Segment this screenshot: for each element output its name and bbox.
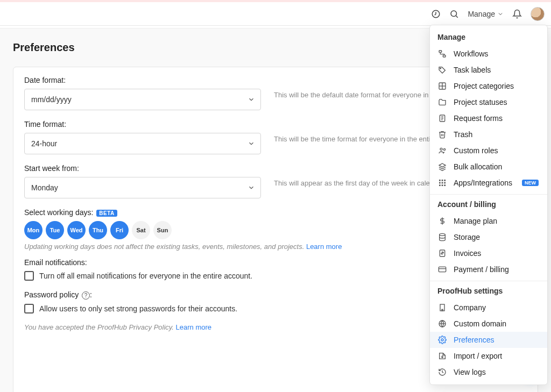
grid-icon [437, 82, 447, 90]
date-format-label: Date format: [24, 76, 261, 84]
svg-point-14 [443, 148, 445, 150]
day-toggle-sun[interactable]: Sun [153, 221, 172, 239]
day-toggle-thu[interactable]: Thu [89, 221, 107, 239]
menu-item-workflows[interactable]: Workflows [430, 46, 547, 62]
menu-section-title: Manage [430, 31, 547, 46]
storage-icon [437, 233, 447, 241]
form-icon [437, 114, 447, 123]
menu-item-label: Request forms [454, 114, 503, 123]
gear-icon [437, 336, 447, 344]
manage-dropdown-trigger[interactable]: Manage [468, 10, 504, 18]
menu-item-invoices[interactable]: Invoices [430, 245, 547, 261]
help-icon[interactable]: ? [82, 291, 90, 300]
menu-item-project-statuses[interactable]: Project statuses [430, 94, 547, 110]
menu-item-label: Storage [454, 233, 480, 241]
menu-item-payment-billing[interactable]: Payment / billing [430, 261, 547, 277]
chevron-down-icon [497, 11, 504, 17]
menu-item-label: Apps/Integrations [454, 179, 512, 187]
day-toggle-sat[interactable]: Sat [132, 221, 150, 239]
svg-rect-37 [442, 309, 443, 311]
folder-icon [437, 98, 447, 106]
timer-icon[interactable] [431, 9, 441, 19]
menu-item-label: Trash [454, 130, 472, 139]
avatar[interactable] [531, 7, 545, 21]
roles-icon [437, 146, 447, 155]
menu-section-title: Account / billing [430, 198, 547, 213]
manage-label: Manage [468, 10, 495, 18]
menu-item-import-export[interactable]: Import / export [430, 348, 547, 364]
svg-rect-23 [442, 184, 443, 186]
manage-dropdown-panel: ManageWorkflowsTask labelsProject catego… [429, 25, 548, 385]
bell-icon[interactable] [512, 9, 522, 19]
menu-item-storage[interactable]: Storage [430, 229, 547, 245]
search-icon[interactable] [449, 9, 459, 19]
globe-icon [437, 319, 447, 328]
menu-item-label: Custom domain [454, 319, 506, 328]
password-policy-checkbox[interactable] [24, 304, 34, 313]
menu-item-label: Invoices [454, 249, 481, 258]
svg-rect-18 [444, 180, 446, 181]
svg-rect-20 [442, 182, 443, 184]
menu-item-label: Workflows [454, 49, 488, 58]
menu-item-custom-domain[interactable]: Custom domain [430, 316, 547, 332]
tag-icon [437, 66, 447, 74]
svg-rect-3 [439, 51, 442, 52]
date-format-select[interactable]: mm/dd/yyyy [24, 89, 261, 110]
apps-icon [437, 179, 447, 187]
password-policy-checkbox-label: Allow users to only set strong passwords… [39, 304, 237, 313]
working-days-learn-more-link[interactable]: Learn more [306, 243, 342, 251]
invoice-icon [437, 249, 447, 258]
menu-item-label: Custom roles [454, 146, 498, 155]
start-week-select[interactable]: Monday [24, 177, 261, 198]
workflow-icon [437, 49, 447, 58]
menu-item-custom-roles[interactable]: Custom roles [430, 142, 547, 159]
dollar-icon [437, 217, 447, 225]
svg-point-13 [440, 148, 442, 150]
date-format-value: mm/dd/yyyy [31, 95, 72, 104]
beta-badge: BETA [96, 210, 117, 217]
menu-item-manage-plan[interactable]: Manage plan [430, 213, 547, 229]
menu-item-view-logs[interactable]: View logs [430, 364, 547, 380]
menu-item-label: Import / export [454, 352, 502, 360]
svg-rect-19 [439, 182, 441, 184]
menu-item-preferences[interactable]: Preferences [430, 332, 547, 348]
menu-item-label: Manage plan [454, 217, 497, 225]
menu-item-apps-integrations[interactable]: Apps/IntegrationsNEW [430, 175, 547, 191]
svg-rect-17 [442, 180, 443, 181]
start-week-value: Monday [31, 183, 58, 192]
day-toggle-tue[interactable]: Tue [46, 221, 64, 239]
time-format-select[interactable]: 24-hour [24, 133, 261, 154]
menu-separator [430, 281, 547, 281]
svg-point-40 [441, 339, 443, 341]
svg-rect-4 [443, 55, 446, 57]
svg-point-5 [440, 68, 441, 69]
menu-item-bulk-allocation[interactable]: Bulk allocation [430, 159, 547, 175]
svg-rect-24 [444, 184, 446, 186]
new-badge: NEW [522, 180, 539, 186]
chevron-down-icon [248, 96, 255, 103]
privacy-learn-more-link[interactable]: Learn more [176, 323, 211, 331]
chevron-down-icon [248, 184, 255, 191]
menu-item-trash[interactable]: Trash [430, 126, 547, 142]
menu-item-project-categories[interactable]: Project categories [430, 78, 547, 94]
building-icon [437, 303, 447, 312]
menu-section-title: ProofHub settings [430, 284, 547, 300]
card-icon [437, 265, 447, 274]
menu-item-label: Project statuses [454, 98, 507, 106]
time-format-value: 24-hour [31, 139, 57, 148]
time-format-label: Time format: [24, 120, 261, 129]
menu-item-label: View logs [454, 368, 486, 376]
day-toggle-fri[interactable]: Fri [110, 221, 129, 239]
svg-rect-16 [439, 180, 441, 181]
menu-item-label: Project categories [454, 82, 514, 90]
menu-separator [430, 194, 547, 195]
day-toggle-wed[interactable]: Wed [67, 221, 86, 239]
menu-item-request-forms[interactable]: Request forms [430, 110, 547, 126]
menu-item-task-labels[interactable]: Task labels [430, 62, 547, 78]
stack-icon [437, 162, 447, 171]
email-notifications-checkbox[interactable] [24, 271, 34, 281]
menu-item-label: Bulk allocation [454, 162, 502, 171]
menu-item-company[interactable]: Company [430, 300, 547, 316]
day-toggle-mon[interactable]: Mon [24, 221, 43, 239]
svg-rect-22 [439, 184, 441, 186]
